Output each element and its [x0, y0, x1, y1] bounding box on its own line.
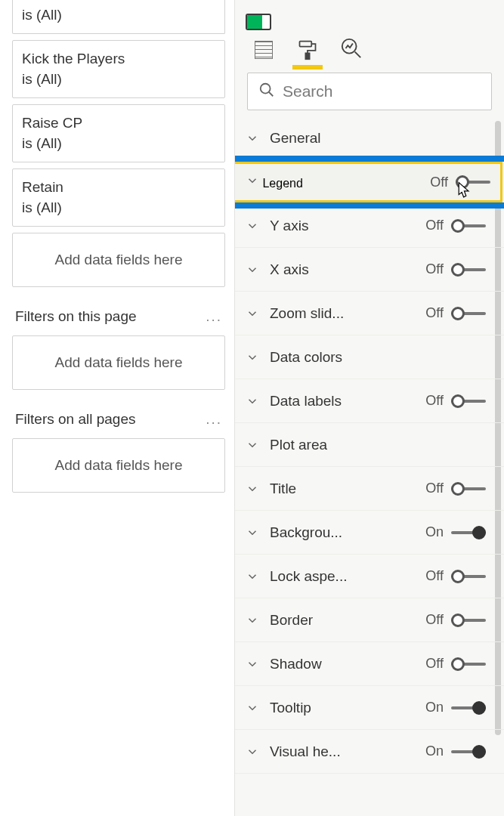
- toggle-switch[interactable]: [451, 614, 486, 627]
- filters-page-more-icon[interactable]: ...: [206, 308, 222, 325]
- format-search-box[interactable]: [247, 73, 492, 110]
- format-row-data-labels[interactable]: Data labels Off: [235, 379, 504, 423]
- toggle-switch[interactable]: [451, 745, 486, 759]
- format-row-toggle[interactable]: Off: [425, 612, 486, 628]
- chevron-down-icon: [246, 438, 259, 452]
- toggle-state-text: On: [425, 700, 444, 716]
- format-row-label: Border: [270, 612, 313, 629]
- format-row-toggle[interactable]: Off: [425, 218, 486, 233]
- filter-card[interactable]: Kick the Players is (All): [12, 40, 225, 98]
- toggle-switch[interactable]: [451, 307, 486, 320]
- toggle-switch[interactable]: [451, 657, 486, 671]
- format-row-tooltip[interactable]: Tooltip On: [235, 686, 504, 730]
- toggle-state-text: Off: [425, 656, 444, 672]
- toggle-state-text: Off: [425, 393, 444, 409]
- format-row-x-axis[interactable]: X axis Off: [235, 248, 504, 292]
- add-well-text: Add data fields here: [54, 354, 182, 371]
- format-row-label: Plot area: [270, 437, 327, 453]
- filter-card[interactable]: Raise CP is (All): [12, 104, 225, 162]
- toggle-switch[interactable]: [451, 263, 486, 277]
- tab-analytics[interactable]: [339, 38, 363, 62]
- visual-type-row: [235, 5, 504, 38]
- format-row-shadow[interactable]: Shadow Off: [235, 642, 504, 686]
- filters-all-heading: Filters on all pages ...: [15, 411, 222, 428]
- format-row-label: X axis: [270, 261, 309, 278]
- toggle-switch[interactable]: [451, 570, 486, 583]
- format-row-toggle[interactable]: On: [425, 524, 486, 540]
- chevron-down-icon: [246, 614, 259, 627]
- filters-all-more-icon[interactable]: ...: [206, 411, 222, 428]
- chevron-down-icon: [246, 526, 259, 539]
- format-panel: General Legend Off Y axis: [234, 0, 504, 816]
- format-row-toggle[interactable]: Off: [430, 175, 490, 190]
- visual-type-icon[interactable]: [246, 14, 271, 30]
- format-row-toggle[interactable]: Off: [425, 261, 486, 277]
- format-row-legend-highlight: Legend Off: [235, 160, 504, 204]
- chevron-down-icon: [246, 745, 259, 759]
- format-row-toggle[interactable]: Off: [425, 393, 486, 409]
- tab-format[interactable]: [295, 38, 320, 62]
- toggle-switch[interactable]: [451, 219, 486, 233]
- chevron-down-icon: [246, 657, 259, 671]
- magnifier-chart-icon: [340, 37, 363, 63]
- format-row-visual-he[interactable]: Visual he... On: [235, 730, 504, 774]
- toggle-switch[interactable]: [451, 701, 486, 715]
- format-search-input[interactable]: [283, 82, 481, 100]
- add-page-filter-well[interactable]: Add data fields here: [12, 335, 225, 390]
- chevron-down-icon: [246, 219, 259, 233]
- format-row-y-axis[interactable]: Y axis Off: [235, 204, 504, 248]
- toggle-state-text: Off: [425, 305, 444, 321]
- paint-roller-icon: [297, 39, 318, 61]
- format-row-toggle[interactable]: Off: [425, 656, 486, 672]
- add-well-text: Add data fields here: [54, 252, 182, 268]
- add-all-filter-well[interactable]: Add data fields here: [12, 438, 225, 493]
- format-row-legend[interactable]: Legend Off: [235, 160, 504, 204]
- filters-all-heading-text: Filters on all pages: [15, 411, 135, 428]
- format-row-label: Zoom slid...: [270, 305, 344, 322]
- format-row-toggle[interactable]: Off: [425, 305, 486, 321]
- format-row-zoom-slid[interactable]: Zoom slid... Off: [235, 292, 504, 335]
- filter-card-sub: is (All): [22, 133, 215, 154]
- format-row-toggle[interactable]: On: [425, 743, 486, 759]
- svg-point-3: [261, 84, 271, 94]
- chevron-down-icon: [246, 482, 259, 496]
- toggle-state-text: Off: [430, 175, 448, 190]
- add-visual-filter-well[interactable]: Add data fields here: [12, 233, 225, 287]
- filters-panel: is (All) Kick the Players is (All) Raise…: [0, 0, 234, 816]
- format-row-border[interactable]: Border Off: [235, 598, 504, 642]
- svg-rect-1: [305, 53, 309, 59]
- toggle-state-text: Off: [425, 568, 444, 584]
- format-row-general[interactable]: General: [235, 116, 504, 160]
- format-row-label: General: [270, 130, 321, 147]
- toggle-switch[interactable]: [451, 482, 486, 496]
- format-row-plot-area[interactable]: Plot area: [235, 423, 504, 467]
- format-row-lock-aspe[interactable]: Lock aspe... Off: [235, 555, 504, 598]
- chevron-down-icon: [246, 570, 259, 583]
- toggle-switch[interactable]: [456, 175, 490, 189]
- format-row-label: Shadow: [270, 656, 322, 672]
- add-well-text: Add data fields here: [54, 457, 182, 474]
- toggle-state-text: Off: [425, 612, 444, 628]
- search-icon: [258, 82, 275, 101]
- tab-fields[interactable]: [252, 38, 276, 62]
- format-row-backgrou[interactable]: Backgrou... On: [235, 511, 504, 555]
- toggle-state-text: On: [425, 524, 444, 540]
- format-row-label: Tooltip: [270, 700, 311, 716]
- filter-card[interactable]: Retain is (All): [12, 168, 225, 227]
- format-row-toggle[interactable]: Off: [425, 568, 486, 584]
- chevron-down-icon: [246, 131, 259, 145]
- format-row-title[interactable]: Title Off: [235, 467, 504, 511]
- toggle-state-text: Off: [425, 218, 444, 233]
- toggle-switch[interactable]: [451, 394, 486, 408]
- toggle-state-text: Off: [425, 481, 444, 496]
- chevron-down-icon: [246, 174, 259, 187]
- format-row-toggle[interactable]: On: [425, 700, 486, 716]
- filter-card-name: Raise CP: [22, 113, 215, 134]
- toggle-switch[interactable]: [451, 526, 486, 539]
- filter-card[interactable]: is (All): [12, 0, 225, 34]
- format-row-data-colors[interactable]: Data colors: [235, 335, 504, 379]
- format-scroll: General Legend Off Y axis: [235, 116, 504, 784]
- format-row-label: Title: [270, 481, 296, 497]
- format-row-toggle[interactable]: Off: [425, 481, 486, 496]
- chevron-down-icon: [246, 307, 259, 320]
